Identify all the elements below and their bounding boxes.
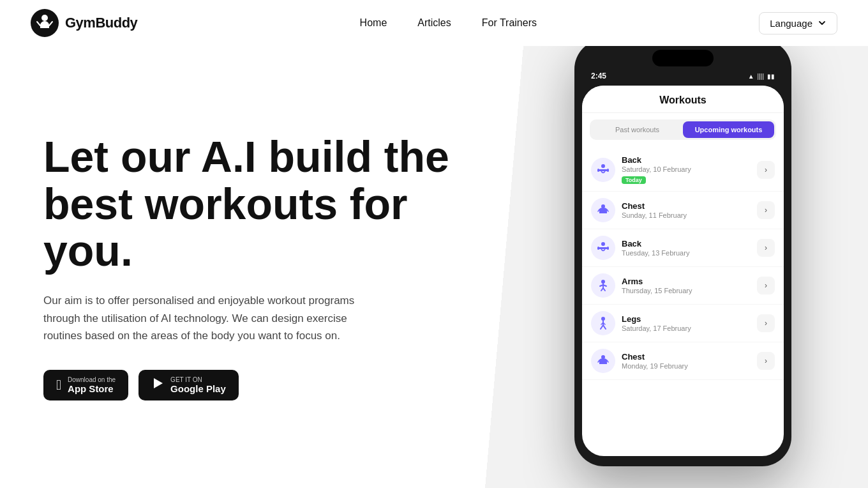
nav-home[interactable]: Home xyxy=(360,17,387,29)
wifi-icon: ▲ xyxy=(748,73,754,80)
apple-icon:  xyxy=(56,377,61,393)
appstore-name: App Store xyxy=(68,383,116,394)
gymbuddy-logo-icon xyxy=(31,9,59,37)
workout-list: Back Saturday, 10 February Today › xyxy=(582,146,784,383)
workout-icon-legs-17 xyxy=(591,311,615,335)
svg-rect-5 xyxy=(597,169,599,172)
googleplay-icon xyxy=(151,377,164,393)
nav-links: Home Articles For Trainers xyxy=(360,17,537,29)
workout-arrow-4[interactable]: › xyxy=(757,314,775,332)
signal-icon: |||| xyxy=(758,73,764,80)
tab-past-workouts[interactable]: Past workouts xyxy=(592,121,683,138)
workout-date-0: Saturday, 10 February xyxy=(622,165,751,173)
phone-status-icons: ▲ |||| ▮▮ xyxy=(748,73,775,80)
workout-date-5: Monday, 19 February xyxy=(622,362,751,370)
hero-subtext: Our aim is to offer personalised and enj… xyxy=(43,292,388,344)
googleplay-button[interactable]: GET IT ON Google Play xyxy=(138,370,239,400)
phone-screen: Workouts Past workouts Upcoming workouts xyxy=(582,86,784,456)
workout-item-legs-17: Legs Saturday, 17 February › xyxy=(582,305,784,342)
navbar: GymBuddy Home Articles For Trainers Lang… xyxy=(0,0,868,46)
workout-date-2: Tuesday, 13 February xyxy=(622,249,751,257)
nav-for-trainers[interactable]: For Trainers xyxy=(482,17,537,29)
svg-rect-4 xyxy=(599,169,608,171)
battery-icon: ▮▮ xyxy=(767,73,775,80)
svg-point-8 xyxy=(601,242,605,246)
svg-point-3 xyxy=(601,164,605,168)
workout-arrow-5[interactable]: › xyxy=(757,352,775,370)
screen-title: Workouts xyxy=(582,86,784,113)
workout-name-4: Legs xyxy=(622,314,751,324)
workout-item-chest-19: Chest Monday, 19 February › xyxy=(582,342,784,380)
workout-icon-chest-11 xyxy=(591,198,615,222)
workout-arrow-2[interactable]: › xyxy=(757,239,775,257)
logo[interactable]: GymBuddy xyxy=(31,9,137,37)
appstore-button[interactable]:  Download on the App Store xyxy=(43,370,128,400)
phone-frame: 2:45 ▲ |||| ▮▮ Workouts Past workouts Up… xyxy=(574,46,791,466)
hero-heading-line3: you. xyxy=(43,226,133,275)
workout-item-back-13: Back Tuesday, 13 February › xyxy=(582,229,784,267)
language-label: Language xyxy=(770,18,812,29)
workout-name-5: Chest xyxy=(622,352,751,362)
chevron-down-icon xyxy=(818,19,827,27)
hero-heading: Let our A.I build the best workouts for … xyxy=(43,133,454,274)
hero-heading-line2: best workouts for xyxy=(43,179,408,228)
workout-date-4: Saturday, 17 February xyxy=(622,324,751,332)
phone-status-bar: 2:45 ▲ |||| ▮▮ xyxy=(582,72,784,86)
googleplay-sublabel: GET IT ON xyxy=(170,376,226,383)
svg-rect-10 xyxy=(597,247,599,250)
workout-name-2: Back xyxy=(622,239,751,248)
workout-arrow-0[interactable]: › xyxy=(757,161,775,179)
workout-icon-back-10 xyxy=(591,158,615,182)
workout-icon-arms-15 xyxy=(591,273,615,298)
workout-tabs: Past workouts Upcoming workouts xyxy=(590,119,776,140)
phone-mockup: 2:45 ▲ |||| ▮▮ Workouts Past workouts Up… xyxy=(574,46,791,466)
svg-rect-6 xyxy=(607,169,609,172)
workout-date-3: Thursday, 15 February xyxy=(622,287,751,294)
workout-arrow-1[interactable]: › xyxy=(757,201,775,219)
logo-text: GymBuddy xyxy=(65,15,137,31)
tab-upcoming-workouts[interactable]: Upcoming workouts xyxy=(683,121,774,138)
workout-icon-chest-19 xyxy=(591,349,615,373)
today-badge-0: Today xyxy=(622,176,646,184)
hero-section: Let our A.I build the best workouts for … xyxy=(0,46,868,488)
svg-point-1 xyxy=(41,15,48,21)
hero-divider xyxy=(485,46,523,488)
nav-articles[interactable]: Articles xyxy=(417,17,451,29)
workout-name-1: Chest xyxy=(622,201,751,211)
workout-item-arms-15: Arms Thursday, 15 February › xyxy=(582,267,784,305)
hero-heading-line1: Let our A.I build the xyxy=(43,132,449,181)
phone-time: 2:45 xyxy=(591,72,606,80)
workout-date-1: Sunday, 11 February xyxy=(622,211,751,219)
workout-arrow-3[interactable]: › xyxy=(757,277,775,294)
workout-item-back-10: Back Saturday, 10 February Today › xyxy=(582,149,784,192)
dynamic-island xyxy=(652,50,714,66)
svg-rect-9 xyxy=(599,247,608,249)
appstore-sublabel: Download on the xyxy=(68,376,116,383)
workout-icon-back-13 xyxy=(591,236,615,260)
store-buttons:  Download on the App Store GET IT ON Go… xyxy=(43,370,454,400)
workout-item-chest-11: Chest Sunday, 11 February › xyxy=(582,192,784,229)
hero-right: 2:45 ▲ |||| ▮▮ Workouts Past workouts Up… xyxy=(498,46,868,488)
svg-rect-11 xyxy=(607,247,609,250)
language-button[interactable]: Language xyxy=(759,12,837,34)
hero-left: Let our A.I build the best workouts for … xyxy=(0,46,498,488)
workout-name-3: Arms xyxy=(622,277,751,286)
workout-name-0: Back xyxy=(622,155,751,165)
svg-marker-2 xyxy=(154,378,163,388)
googleplay-name: Google Play xyxy=(170,383,226,394)
